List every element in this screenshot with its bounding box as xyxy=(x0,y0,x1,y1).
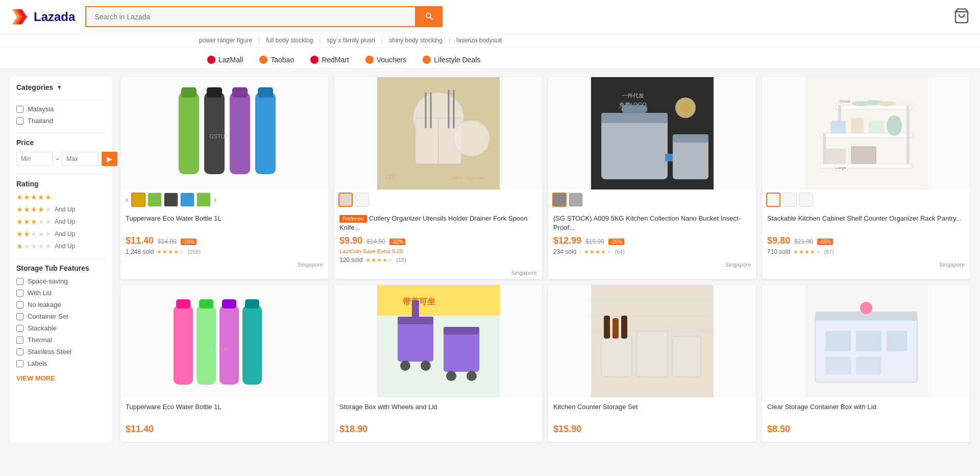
sold-count-1: 1,248 sold xyxy=(126,248,154,255)
thumb-4-3[interactable] xyxy=(799,193,813,207)
product-image-svg-5: GSTUP xyxy=(163,285,286,397)
suggestion-4[interactable]: shiny body stocking xyxy=(389,37,443,44)
feature-container-set[interactable]: Container Set xyxy=(16,313,106,320)
product-card-6[interactable]: 带盖可坐 xyxy=(334,285,542,442)
product-card-8[interactable]: Clear Storage Container Box with Lid $8.… xyxy=(762,285,970,442)
product-image-1: GSTUP xyxy=(120,77,328,189)
thumb-1-5[interactable] xyxy=(197,193,211,207)
svg-rect-93 xyxy=(825,356,851,374)
product-card-4[interactable]: Small Large Stackable Kitchen Cabinet Sh… xyxy=(762,77,970,279)
thumb-2-2[interactable] xyxy=(355,193,369,207)
product-info-4: Stackable Kitchen Cabinet Shelf Counter … xyxy=(762,210,970,261)
container-set-checkbox[interactable] xyxy=(16,313,23,320)
tab-lifestyle[interactable]: Lifestyle Deals xyxy=(414,52,488,69)
cart-button[interactable] xyxy=(953,8,970,26)
product-meta-1: 1,248 sold ★★★★★ (258) xyxy=(126,248,323,255)
thumb-4-2[interactable] xyxy=(782,193,797,207)
feature-thermal[interactable]: Thermal xyxy=(16,336,106,344)
feature-stainless-steel[interactable]: Stainless Steel xyxy=(16,348,106,355)
rating-2[interactable]: ★★★★★ And Up xyxy=(16,230,106,238)
suggestion-2[interactable]: full body stocking xyxy=(266,37,313,44)
suggestion-5[interactable]: lasenza bodysuit xyxy=(456,37,502,44)
next-thumb-1[interactable]: › xyxy=(213,195,217,204)
divider-3 xyxy=(16,174,106,175)
thumb-3-2[interactable] xyxy=(569,193,583,207)
product-image-svg-2: PET Cutlery Organizer xyxy=(377,77,500,189)
tab-vouchers[interactable]: Vouchers xyxy=(357,52,414,69)
feature-labels[interactable]: Labels xyxy=(16,360,106,367)
current-price-8: $8.50 xyxy=(767,424,790,435)
rating-3[interactable]: ★★★★★ And Up xyxy=(16,218,106,226)
product-card-3[interactable]: 一件代发 免费LOGO xyxy=(548,77,756,279)
prev-thumb-1[interactable]: ‹ xyxy=(125,195,129,204)
logo[interactable]: Lazada xyxy=(10,8,75,26)
thermal-checkbox[interactable] xyxy=(16,337,23,344)
svg-rect-45 xyxy=(830,121,846,133)
product-image-svg-6: 带盖可坐 xyxy=(377,285,500,397)
review-count-3: (64) xyxy=(615,249,625,255)
space-saving-label: Space-saving xyxy=(28,277,68,285)
product-image-7 xyxy=(548,285,756,397)
product-price-5: $11.40 xyxy=(126,424,323,435)
tab-lazmall[interactable]: LazMall xyxy=(199,52,251,69)
view-more-button[interactable]: VIEW MORE xyxy=(16,374,55,382)
feature-no-leakage[interactable]: No leakage xyxy=(16,301,106,308)
price-go-button[interactable]: ▶ xyxy=(102,152,117,166)
thumb-1-2[interactable] xyxy=(148,193,162,207)
location-malaysia[interactable]: Malaysia xyxy=(16,105,106,113)
rating-5[interactable]: ★★★★★ xyxy=(16,193,106,201)
product-stars-1: ★★★★★ xyxy=(157,249,184,255)
search-input[interactable] xyxy=(85,6,415,27)
thumb-2-1[interactable] xyxy=(338,193,353,207)
product-card-1[interactable]: GSTUP ‹ › Tupperware Eco Water Bottle 1L… xyxy=(120,77,328,279)
malaysia-checkbox[interactable] xyxy=(16,106,23,113)
taobao-dot xyxy=(259,56,267,64)
review-count-2: (18) xyxy=(396,257,406,263)
categories-section: Categories ▼ xyxy=(16,83,106,91)
product-card-7[interactable]: Kitchen Counter Storage Set $15.90 xyxy=(548,285,756,442)
feature-space-saving[interactable]: Space-saving xyxy=(16,277,106,285)
thumb-1-4[interactable] xyxy=(180,193,194,207)
no-leakage-checkbox[interactable] xyxy=(16,301,23,308)
current-price-7: $15.90 xyxy=(553,424,581,435)
feature-with-lid[interactable]: With Lid xyxy=(16,289,106,297)
with-lid-checkbox[interactable] xyxy=(16,290,23,297)
svg-rect-82 xyxy=(673,336,701,377)
thumb-4-1[interactable] xyxy=(766,193,780,207)
review-count-1: (258) xyxy=(187,249,201,255)
space-saving-checkbox[interactable] xyxy=(16,278,23,285)
labels-checkbox[interactable] xyxy=(16,360,23,367)
svg-rect-83 xyxy=(604,316,610,339)
features-filter: Storage Tub Features Space-saving With L… xyxy=(16,264,106,383)
svg-rect-80 xyxy=(601,336,632,377)
thumb-1-3[interactable] xyxy=(164,193,178,207)
price-min-input[interactable] xyxy=(16,152,53,166)
suggestion-3[interactable]: spy x family plush xyxy=(327,37,375,44)
tab-taobao[interactable]: Taobao xyxy=(251,52,302,69)
feature-stackable[interactable]: Stackable xyxy=(16,324,106,332)
rating-filter: Rating ★★★★★ ★★★★★ And Up ★★★★★ And Up xyxy=(16,180,106,250)
stackable-checkbox[interactable] xyxy=(16,325,23,332)
product-card-5[interactable]: GSTUP Tupperware Eco Water Bottle 1L $11… xyxy=(120,285,328,442)
rating-1[interactable]: ★★★★★ And Up xyxy=(16,242,106,250)
product-price-1: $11.40 $14.00 -19% xyxy=(126,235,323,246)
svg-rect-39 xyxy=(906,133,910,164)
product-stars-2: ★★★★★ xyxy=(365,257,393,264)
product-info-6: Storage Box with Wheels and Lid $18.90 xyxy=(334,397,542,442)
location-thailand[interactable]: Thailand xyxy=(16,117,106,125)
product-price-7: $15.90 xyxy=(553,424,751,435)
thailand-checkbox[interactable] xyxy=(16,117,23,125)
malaysia-label: Malaysia xyxy=(28,105,54,113)
price-max-input[interactable] xyxy=(62,152,99,166)
price-range: - ▶ xyxy=(16,152,106,166)
search-button[interactable] xyxy=(415,6,443,27)
product-card-2[interactable]: PET Cutlery Organizer PreferredCutlery O… xyxy=(334,77,542,279)
thumb-3-1[interactable] xyxy=(552,193,567,207)
suggestion-1[interactable]: power ranger figure xyxy=(199,37,252,44)
stainless-steel-checkbox[interactable] xyxy=(16,348,23,355)
features-title: Storage Tub Features xyxy=(16,264,106,272)
categories-header[interactable]: Categories ▼ xyxy=(16,83,106,91)
rating-4[interactable]: ★★★★★ And Up xyxy=(16,205,106,213)
thumb-1-1[interactable] xyxy=(131,193,145,207)
tab-redmart[interactable]: RedMart xyxy=(302,52,357,69)
